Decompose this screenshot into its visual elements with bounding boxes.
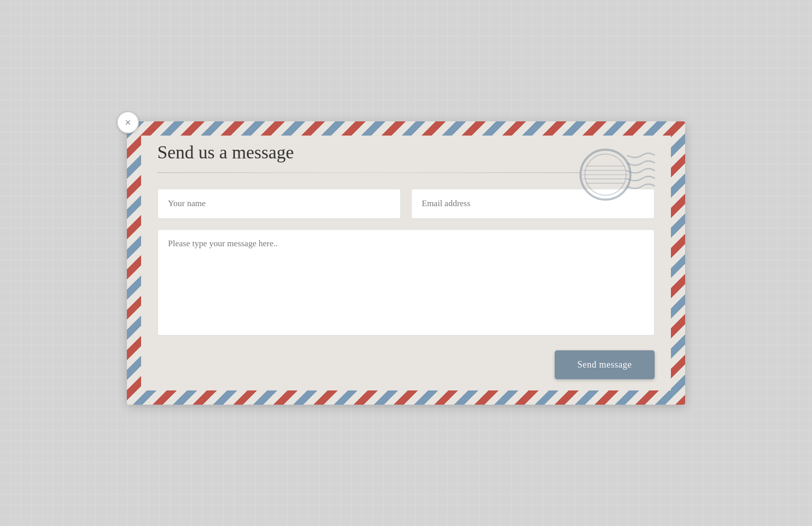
stamp-lines-icon	[568, 147, 660, 203]
title-divider	[157, 172, 580, 173]
modal-wrapper: × Send us a mes	[127, 121, 685, 405]
name-input[interactable]	[157, 188, 401, 219]
envelope-container: Send us a message Send message	[127, 121, 685, 405]
send-message-button[interactable]: Send message	[555, 350, 655, 379]
close-icon: ×	[125, 117, 131, 128]
close-button[interactable]: ×	[117, 111, 139, 134]
stamp-decoration	[579, 137, 660, 215]
form-footer: Send message	[157, 350, 655, 379]
message-textarea[interactable]	[157, 229, 655, 336]
